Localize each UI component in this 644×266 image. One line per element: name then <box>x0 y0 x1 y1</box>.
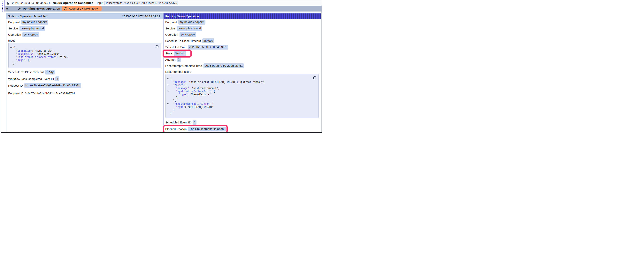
collapse-chevron-icon[interactable] <box>167 90 169 93</box>
event-details-timestamp: 2025-02-25 UTC 20:24:09.21 <box>122 15 160 18</box>
detail-field-row: Operationsync-op-ok <box>165 32 319 37</box>
event-summary-row[interactable]: 5 2025-02-25 UTC 20:24:09.21 Nexus Opera… <box>4 0 322 6</box>
field-label: Scheduled Event ID <box>165 121 191 124</box>
window-bottom-edge <box>1 132 322 133</box>
field-label: Workflow Task Completed Event ID <box>8 77 54 81</box>
code-line: "Args": [] <box>13 59 161 62</box>
field-label: Blocked Reason <box>165 127 186 131</box>
field-value-chip: 2025-02-25 UTC 20:24:09.21 <box>188 45 228 50</box>
code-text: } <box>13 62 14 65</box>
detail-field-row: Schedule To Close Timeout86400s <box>165 39 319 43</box>
field-label: Endpoint <box>8 21 20 24</box>
code-line: "nexusHandlerFailureInfo": { <box>170 102 318 105</box>
code-line: "type": "UPSTREAM_TIMEOUT" <box>170 105 318 108</box>
code-line: "Operation": "sync-op-ok", <box>13 49 161 52</box>
detail-field-row: Scheduled Time2025-02-25 UTC 20:24:09.21 <box>165 45 319 50</box>
code-text: { <box>13 46 14 49</box>
code-line: } <box>170 96 318 99</box>
field-label: Operation <box>8 33 21 36</box>
code-line: { <box>13 46 161 49</box>
code-text: "Args": [] <box>13 59 30 62</box>
detail-field-row: Attempt2 <box>165 57 319 62</box>
code-text: "HandlerWaitForCancellation": false, <box>13 55 68 59</box>
field-label: Endpoint <box>165 21 177 24</box>
field-label: Endpoint ID <box>8 92 24 95</box>
code-text: } <box>170 96 178 99</box>
detail-field-row: Servicenexus-playground <box>8 26 161 31</box>
field-value-chip: The circuit breaker is open. <box>188 127 226 131</box>
code-text: "nexusHandlerFailureInfo": { <box>170 102 214 105</box>
field-value-chip: 5 <box>192 120 196 125</box>
field-label: Operation <box>165 33 178 36</box>
code-text: "Operation": "sync-op-ok", <box>13 49 54 52</box>
code-line: { <box>170 77 318 80</box>
field-label: State <box>165 52 172 55</box>
field-value-link[interactable]: 3c0c75ccfa8144b092c13ce632463761 <box>25 92 75 95</box>
code-text: "message": "handler error (UPSTREAM_TIME… <box>170 80 266 84</box>
detail-field-row: Endpointmy-nexus-endpoint <box>8 20 161 25</box>
detail-field-row: Servicenexus-playground <box>165 26 319 31</box>
detail-field-row: Endpoint ID3c0c75ccfa8144b092c13ce632463… <box>8 91 161 96</box>
copy-icon[interactable] <box>313 76 316 80</box>
detail-field-row: Scheduled Event ID5 <box>165 120 319 125</box>
event-input-preview-text: {"Operation":"sync-op-ok","BusinessID":"… <box>104 1 177 5</box>
event-input-preview-chip[interactable]: {"Operation":"sync-op-ok","BusinessID":"… <box>104 1 178 5</box>
temporal-event-history-page: 5 2025-02-25 UTC 20:24:09.21 Nexus Opera… <box>0 0 322 133</box>
field-label: Last Attempt Complete Time <box>165 64 202 68</box>
pending-operation-title: Pending Nexus Operation <box>165 15 199 18</box>
detail-field-row: Request IDb1c6a4bc-8ee7-468a-9169-df3b02… <box>8 83 161 88</box>
code-line: "message": "handler error (UPSTREAM_TIME… <box>170 80 318 84</box>
code-line: "BusinessID": "20250225122409", <box>13 52 161 55</box>
code-line: } <box>170 108 318 112</box>
detail-field-row: Blocked ReasonThe circuit breaker is ope… <box>165 127 319 131</box>
detail-field-row: StateBlocked <box>165 51 319 56</box>
code-text: "applicationFailureInfo": { <box>170 90 215 93</box>
field-label: Schedule To Close Timeout <box>8 70 44 74</box>
event-id-link[interactable]: 5 <box>7 1 9 5</box>
detail-field-row: Schedule To Close Timeout1 day <box>8 70 161 75</box>
detail-field-row: Last Attempt Complete Time2025-02-25 UTC… <box>165 63 319 68</box>
collapse-chevron-icon[interactable] <box>167 77 169 80</box>
code-line: } <box>13 62 161 65</box>
copy-icon[interactable] <box>156 45 159 48</box>
retry-icon <box>64 7 67 10</box>
field-value-chip: 4 <box>55 76 59 81</box>
retry-badge-text: Attempt 2 • Next Retry <box>69 7 98 10</box>
field-value-chip: sync-op-ok <box>22 32 39 37</box>
field-value-chip: nexus-playground <box>176 26 202 31</box>
code-text: "cause": { <box>170 84 188 87</box>
field-value-chip: nexus-playground <box>20 26 45 31</box>
collapse-chevron-icon[interactable] <box>167 84 169 87</box>
event-details-header: 5 Nexus Operation Scheduled 2025-02-25 U… <box>6 14 163 19</box>
field-value-chip: 86400s <box>202 39 214 43</box>
collapse-chevron-icon[interactable] <box>10 46 12 49</box>
event-details-title: 5 Nexus Operation Scheduled <box>8 15 47 18</box>
code-line: "cause": { <box>170 84 318 87</box>
detail-field-row: Operationsync-op-ok <box>8 32 161 37</box>
input-section-label: Input <box>8 39 161 42</box>
collapse-chevron-icon[interactable] <box>167 102 169 105</box>
field-value-chip: 2025-02-25 UTC 20:25:27.51 <box>204 63 244 68</box>
field-label: Scheduled Time <box>165 46 186 49</box>
pending-operation-header: Pending Nexus Operation <box>164 14 321 19</box>
code-line: "applicationFailureInfo": { <box>170 90 318 93</box>
field-value-chip: b1c6a4bc-8ee7-468a-9169-df3b02c8737b <box>24 83 81 88</box>
code-text: } <box>170 108 175 112</box>
field-label: Request ID <box>8 84 23 87</box>
pending-asterisk-icon <box>18 7 22 11</box>
field-value-chip: sync-op-ok <box>180 32 196 37</box>
failure-section-label: Last Attempt Failure <box>165 70 319 73</box>
event-timestamp: 2025-02-25 UTC 20:24:09.21 <box>12 1 50 5</box>
group-id-link[interactable]: 5 <box>6 7 8 10</box>
field-label: Schedule To Close Timeout <box>165 39 201 43</box>
code-text: "message": "upstream timeout", <box>170 87 220 90</box>
failure-json-block: { "message": "handler error (UPSTREAM_TI… <box>166 74 319 118</box>
code-text: "type": "UPSTREAM_TIMEOUT" <box>170 105 214 108</box>
code-line: "HandlerWaitForCancellation": false, <box>13 55 161 59</box>
field-value-chip: my-nexus-endpoint <box>21 20 48 25</box>
code-line: "type": "NexusFailure" <box>170 93 318 96</box>
field-label: Attempt <box>165 58 176 61</box>
pending-operation-row[interactable]: 5 Pending Nexus Operation <box>6 6 322 12</box>
code-text: "BusinessID": "20250225122409", <box>13 52 61 55</box>
field-label: Service <box>8 27 18 30</box>
